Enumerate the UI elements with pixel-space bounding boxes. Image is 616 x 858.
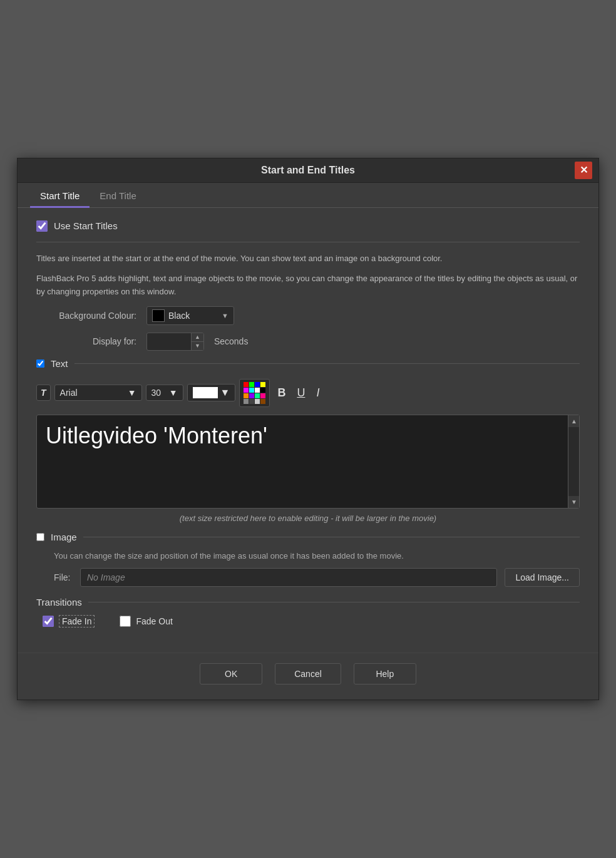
title-bar: Start and End Titles ✕ (18, 158, 598, 183)
transitions-section: Transitions Fade In Fade Out (36, 597, 580, 628)
use-start-titles-label: Use Start Titles (54, 220, 118, 231)
use-start-titles-checkbox[interactable] (36, 220, 48, 232)
fade-in-item: Fade In (43, 615, 95, 628)
palette-cell (249, 399, 254, 404)
palette-cell (244, 399, 249, 404)
palette-cell (249, 388, 254, 393)
background-colour-row: Background Colour: Black ▼ (36, 306, 580, 325)
palette-cell (255, 393, 260, 398)
font-name-value: Arial (60, 388, 78, 398)
font-dropdown-arrow: ▼ (128, 388, 136, 398)
spin-buttons: ▲ ▼ (191, 333, 203, 350)
transitions-line (88, 602, 580, 602)
palette-grid (244, 382, 265, 404)
tab-end-title[interactable]: End Title (90, 183, 146, 207)
palette-cell (260, 382, 265, 387)
palette-cell (244, 393, 249, 398)
transitions-header: Transitions (36, 597, 580, 607)
dialog-footer: OK Cancel Help (18, 653, 598, 700)
display-for-label: Display for: (36, 336, 136, 346)
main-dialog: Start and End Titles ✕ Start Title End T… (17, 158, 599, 701)
image-description: You can change the size and position of … (54, 550, 580, 562)
scroll-down-button[interactable]: ▼ (568, 496, 579, 508)
palette-cell (249, 382, 254, 387)
spin-down-button[interactable]: ▼ (192, 341, 203, 350)
palette-cell (244, 382, 249, 387)
description-line1: Titles are inserted at the start or at t… (36, 252, 580, 266)
transitions-checkboxes: Fade In Fade Out (43, 615, 580, 628)
load-image-button[interactable]: Load Image... (505, 568, 580, 587)
palette-cell (260, 388, 265, 393)
palette-cell (260, 393, 265, 398)
color-palette-button[interactable] (239, 379, 270, 407)
display-for-spinner: 5.00 ▲ ▼ (146, 333, 204, 351)
italic-button[interactable]: I (312, 385, 323, 401)
dropdown-arrow-icon: ▼ (222, 312, 228, 319)
fade-out-item: Fade Out (120, 615, 172, 628)
text-content[interactable]: Uitlegvideo 'Monteren' (37, 415, 568, 508)
text-hint: (text size restricted here to enable edi… (36, 514, 580, 523)
fade-in-label: Fade In (59, 615, 95, 628)
text-toolbar: T Arial ▼ 30 ▼ ▼ (36, 376, 580, 410)
file-label: File: (54, 572, 73, 582)
tab-start-title[interactable]: Start Title (30, 183, 90, 207)
image-section-line (83, 537, 580, 537)
palette-cell (260, 399, 265, 404)
cancel-button[interactable]: Cancel (275, 663, 341, 685)
spin-up-button[interactable]: ▲ (192, 333, 203, 341)
use-start-titles-row: Use Start Titles (36, 220, 580, 232)
file-input-display: No Image (80, 568, 497, 587)
dialog-title: Start and End Titles (261, 165, 355, 176)
transitions-label: Transitions (36, 597, 82, 607)
font-color-arrow: ▼ (220, 387, 230, 398)
tabs-container: Start Title End Title (18, 183, 598, 208)
text-section-checkbox[interactable] (36, 359, 44, 368)
palette-cell (255, 388, 260, 393)
font-color-picker[interactable]: ▼ (187, 384, 236, 401)
palette-cell (255, 399, 260, 404)
text-scrollbar: ▲ ▼ (568, 415, 579, 508)
display-for-row: Display for: 5.00 ▲ ▼ Seconds (36, 333, 580, 351)
fade-out-label: Fade Out (136, 616, 172, 626)
image-section-header: Image (36, 532, 580, 542)
description-line2: FlashBack Pro 5 adds highlight, text and… (36, 272, 580, 299)
colour-value: Black (168, 311, 218, 321)
palette-cell (255, 382, 260, 387)
text-section-label: Text (51, 358, 68, 369)
image-section-checkbox[interactable] (36, 533, 44, 541)
background-colour-label: Background Colour: (36, 311, 136, 321)
seconds-label: Seconds (214, 336, 248, 346)
underline-button[interactable]: U (293, 385, 309, 401)
text-section-line (74, 363, 580, 364)
text-section-header: Text (36, 358, 580, 369)
color-swatch (152, 309, 165, 322)
font-size-value: 30 (151, 388, 162, 398)
font-name-dropdown[interactable]: Arial ▼ (54, 385, 142, 401)
size-dropdown-arrow: ▼ (169, 388, 178, 398)
dialog-content: Use Start Titles Titles are inserted at … (18, 208, 598, 653)
background-colour-dropdown[interactable]: Black ▼ (146, 306, 234, 325)
palette-cell (244, 388, 249, 393)
display-for-input[interactable]: 5.00 (147, 334, 191, 349)
image-section-label: Image (51, 532, 77, 542)
palette-cell (249, 393, 254, 398)
fade-out-checkbox[interactable] (120, 616, 131, 627)
font-color-swatch (193, 387, 218, 398)
close-button[interactable]: ✕ (575, 162, 592, 179)
file-row: File: No Image Load Image... (54, 568, 580, 587)
font-size-dropdown[interactable]: 30 ▼ (146, 385, 183, 401)
font-type-icon: T (36, 385, 51, 401)
bold-button[interactable]: B (274, 385, 289, 401)
divider-1 (36, 242, 580, 242)
fade-in-checkbox[interactable] (43, 616, 54, 627)
text-area-container: Uitlegvideo 'Monteren' ▲ ▼ (36, 415, 580, 509)
scroll-up-button[interactable]: ▲ (568, 415, 579, 427)
help-button[interactable]: Help (354, 663, 416, 685)
ok-button[interactable]: OK (200, 663, 262, 685)
